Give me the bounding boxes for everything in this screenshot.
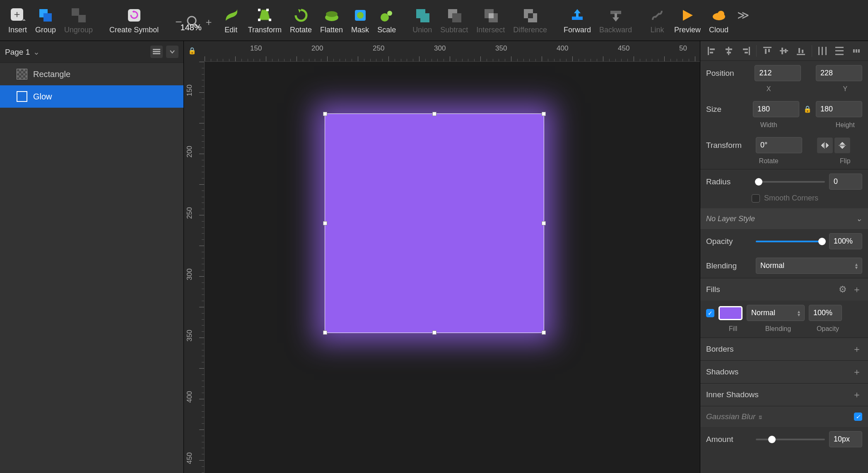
lock-icon[interactable]: 🔒 <box>188 47 196 55</box>
gear-icon[interactable]: ⚙ <box>837 284 848 295</box>
group-button[interactable]: Group <box>35 7 56 34</box>
fill-opacity-input[interactable] <box>809 305 842 321</box>
subtract-button[interactable]: Subtract <box>440 7 468 34</box>
forward-icon <box>569 7 585 23</box>
align-left-icon[interactable] <box>706 45 718 57</box>
fill-enabled-checkbox[interactable]: ✓ <box>706 309 714 317</box>
edit-button[interactable]: Edit <box>222 7 240 34</box>
distribute-h-icon[interactable] <box>816 45 829 57</box>
insert-icon: ＋ <box>10 7 26 23</box>
radius-input[interactable] <box>829 174 862 190</box>
size-lock-icon[interactable]: 🔒 <box>803 105 812 113</box>
transform-button[interactable]: Transform <box>248 7 282 34</box>
position-x-input[interactable] <box>755 65 801 81</box>
svg-rect-60 <box>835 50 844 51</box>
canvas-area: 🔒 150 200 250 300 350 400 450 50 150 200… <box>184 41 700 473</box>
link-icon <box>649 7 665 23</box>
gaussian-blur-section[interactable]: Gaussian Blur ⇅ ✓ <box>700 406 868 427</box>
smooth-corners-checkbox[interactable] <box>752 194 760 203</box>
ruler-horizontal[interactable]: 150 200 250 300 350 400 450 50 <box>205 41 700 62</box>
svg-rect-57 <box>822 47 823 55</box>
blending-label: Blending <box>706 261 752 270</box>
create-symbol-button[interactable]: Create Symbol <box>109 7 159 34</box>
preview-button[interactable]: Preview <box>674 7 701 34</box>
forward-button[interactable]: Forward <box>564 7 591 34</box>
flip-vertical-button[interactable] <box>834 138 850 153</box>
layers-panel: Page 1⌄ Rectangle Glow <box>0 41 184 473</box>
distribute-v-icon[interactable] <box>833 45 846 57</box>
dropdown-icon[interactable] <box>166 46 178 58</box>
rotate-input[interactable] <box>756 137 802 153</box>
flip-horizontal-button[interactable] <box>817 138 833 153</box>
svg-rect-36 <box>153 51 160 52</box>
ungroup-button[interactable]: Ungroup <box>64 7 93 34</box>
opacity-slider[interactable] <box>756 241 825 242</box>
create-symbol-icon <box>126 7 142 23</box>
zoom-in-icon[interactable]: ＋ <box>204 15 214 29</box>
opacity-label: Opacity <box>706 237 752 246</box>
add-shadow-icon[interactable]: ＋ <box>851 367 862 377</box>
align-bottom-icon[interactable] <box>795 45 807 57</box>
position-y-input[interactable] <box>816 65 862 81</box>
svg-point-16 <box>357 12 364 19</box>
opacity-input[interactable] <box>829 233 862 249</box>
amount-slider[interactable] <box>756 439 825 440</box>
page-selector[interactable]: Page 1⌄ <box>0 41 183 63</box>
svg-point-34 <box>718 11 724 17</box>
insert-button[interactable]: ＋ Insert <box>8 7 27 34</box>
backward-button[interactable]: Backward <box>599 7 632 34</box>
height-input[interactable] <box>816 101 862 117</box>
align-center-h-icon[interactable] <box>723 45 735 57</box>
svg-rect-56 <box>818 47 820 55</box>
align-top-icon[interactable] <box>761 45 774 57</box>
canvas[interactable] <box>205 62 700 473</box>
intersect-icon <box>483 7 499 23</box>
ungroup-icon <box>71 7 87 23</box>
gaussian-enabled-checkbox[interactable]: ✓ <box>854 413 862 421</box>
align-right-icon[interactable] <box>740 45 752 57</box>
flatten-icon <box>324 7 340 23</box>
list-view-icon[interactable] <box>150 46 163 58</box>
svg-rect-11 <box>258 19 260 21</box>
link-button[interactable]: Link <box>649 7 666 34</box>
layer-glow[interactable]: Glow <box>0 85 183 108</box>
layer-rectangle[interactable]: Rectangle <box>0 63 183 85</box>
fill-blend-select[interactable]: Normal ▴▾ <box>747 305 805 321</box>
add-inner-shadow-icon[interactable]: ＋ <box>851 389 862 400</box>
overflow-button[interactable]: ≫ <box>734 7 752 34</box>
rotate-button[interactable]: Rotate <box>290 7 312 34</box>
add-border-icon[interactable]: ＋ <box>851 344 862 355</box>
layer-style-dropdown[interactable]: No Layer Style ⌄ <box>700 208 868 229</box>
svg-rect-25 <box>489 13 494 18</box>
radius-slider[interactable] <box>756 181 825 183</box>
chevron-down-icon: ⌄ <box>33 48 40 56</box>
backward-icon <box>608 7 624 23</box>
glow-rectangle[interactable] <box>325 113 544 333</box>
svg-rect-28 <box>528 13 533 18</box>
flatten-button[interactable]: Flatten <box>320 7 343 34</box>
svg-rect-20 <box>420 13 429 22</box>
width-input[interactable] <box>753 101 799 117</box>
cloud-icon <box>711 7 727 23</box>
mask-button[interactable]: Mask <box>351 7 369 34</box>
inner-shadows-section: Inner Shadows ＋ <box>700 383 868 406</box>
cloud-button[interactable]: Cloud <box>709 7 728 34</box>
difference-button[interactable]: Difference <box>513 7 547 34</box>
blending-select[interactable]: Normal ▴▾ <box>756 258 862 274</box>
distribute-spacing-icon[interactable] <box>850 45 863 57</box>
intersect-button[interactable]: Intersect <box>476 7 505 34</box>
group-icon <box>38 7 53 23</box>
fills-section: Fills ⚙ ＋ <box>700 278 868 301</box>
amount-input[interactable] <box>829 431 862 447</box>
union-button[interactable]: Union <box>412 7 432 34</box>
transform-icon <box>257 7 272 23</box>
edit-icon <box>223 7 239 23</box>
svg-rect-49 <box>768 49 770 52</box>
amount-label: Amount <box>706 435 752 444</box>
scale-button[interactable]: Scale <box>377 7 396 34</box>
align-center-v-icon[interactable] <box>778 45 790 57</box>
scale-icon <box>379 7 395 23</box>
fill-color-swatch[interactable] <box>719 306 743 320</box>
add-fill-icon[interactable]: ＋ <box>851 284 862 295</box>
ruler-vertical[interactable]: 150 200 250 300 350 400 450 <box>184 62 205 473</box>
